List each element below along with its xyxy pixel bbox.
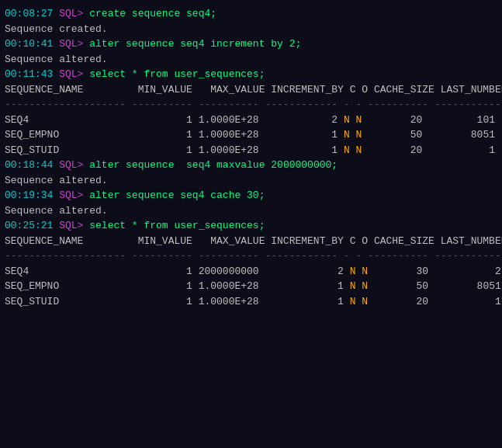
data-row: SEQ4 1 2000000000 2 N N 30 2 [5,264,497,280]
terminal-line: -------------------- ---------- --------… [5,248,497,264]
data-row: SEQ_EMPNO 1 1.0000E+28 1 N N 50 8051中文 [5,279,497,294]
terminal-line: Sequence created. [5,22,497,37]
terminal-line: 00:18:44 SQL> alter sequence seq4 maxval… [5,158,497,173]
terminal-line: 00:25:21 SQL> select * from user_sequenc… [5,218,497,234]
data-row: SEQ4 1 1.0000E+28 2 N N 20 101 [5,113,497,128]
terminal-line: 00:19:34 SQL> alter sequence seq4 cache … [5,188,497,203]
terminal-line: -------------------- ---------- --------… [5,97,497,113]
data-row: SEQ_STUID 1 1.0000E+28 1 N N 20 1 [5,143,497,158]
terminal-line: 00:10:41 SQL> alter sequence seq4 increm… [5,36,497,52]
terminal-line: Sequence altered. [5,52,497,68]
terminal-line: 00:08:27 SQL> create sequence seq4; [5,6,497,22]
terminal-line: Sequence altered. [5,203,497,219]
terminal-output: 00:08:27 SQL> create sequence seq4;Seque… [5,6,497,309]
data-row: SEQ_STUID 1 1.0000E+28 1 N N 20 1 [5,294,497,310]
terminal-line: SEQUENCE_NAME MIN_VALUE MAX_VALUE INCREM… [5,234,497,249]
terminal-line: Sequence altered. [5,173,497,189]
terminal-line: SEQUENCE_NAME MIN_VALUE MAX_VALUE INCREM… [5,82,497,98]
data-row: SEQ_EMPNO 1 1.0000E+28 1 N N 50 8051 [5,127,497,143]
terminal-line: 00:11:43 SQL> select * from user_sequenc… [5,67,497,82]
